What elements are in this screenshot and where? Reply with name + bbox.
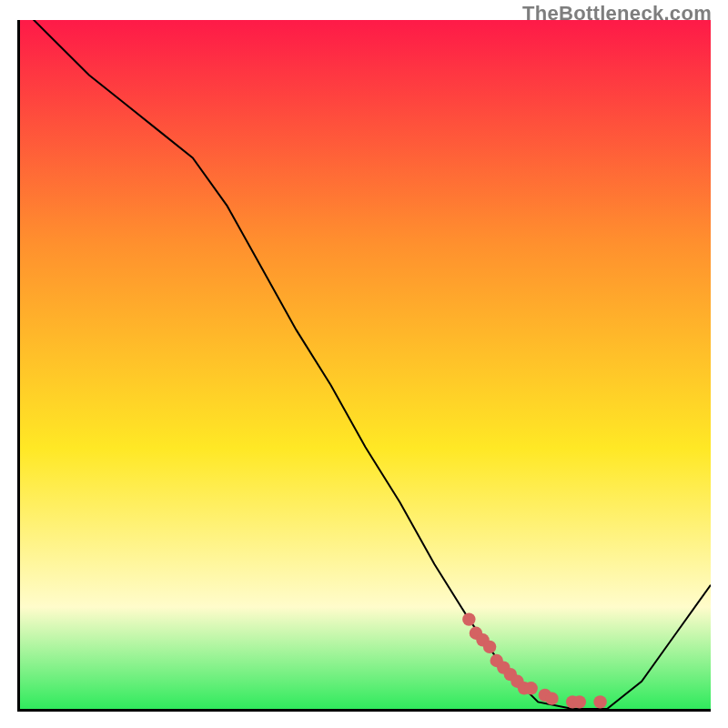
plot-area [17, 20, 711, 712]
chart-container: { "watermark": "TheBottleneck.com", "col… [0, 0, 728, 728]
curve-line [20, 20, 711, 709]
